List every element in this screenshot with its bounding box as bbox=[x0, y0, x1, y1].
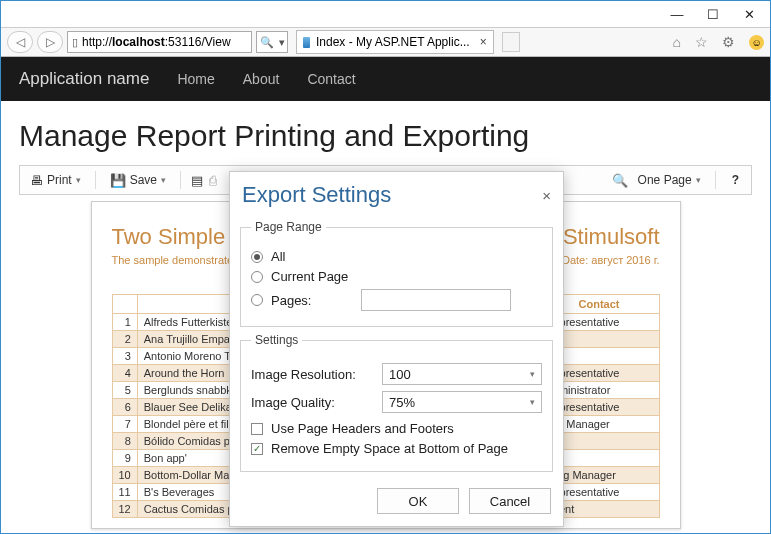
dialog-title: Export Settings bbox=[242, 182, 391, 208]
dialog-close-button[interactable]: × bbox=[542, 187, 551, 204]
image-resolution-select[interactable]: 100 ▾ bbox=[382, 363, 542, 385]
settings-legend: Settings bbox=[251, 333, 302, 347]
checkbox-use-headers-label: Use Page Headers and Footers bbox=[271, 421, 454, 436]
radio-current-label: Current Page bbox=[271, 269, 348, 284]
image-quality-label: Image Quality: bbox=[251, 395, 335, 410]
checkbox-remove-empty[interactable]: ✓ bbox=[251, 443, 263, 455]
pages-input[interactable] bbox=[361, 289, 511, 311]
radio-all[interactable] bbox=[251, 251, 263, 263]
page-range-legend: Page Range bbox=[251, 220, 326, 234]
settings-fieldset: Settings Image Resolution: 100 ▾ Image Q… bbox=[240, 333, 553, 472]
radio-current[interactable] bbox=[251, 271, 263, 283]
checkbox-remove-empty-label: Remove Empty Space at Bottom of Page bbox=[271, 441, 508, 456]
chevron-down-icon: ▾ bbox=[530, 369, 535, 379]
page-range-fieldset: Page Range All Current Page Pages: bbox=[240, 220, 553, 327]
chevron-down-icon: ▾ bbox=[530, 397, 535, 407]
cancel-button[interactable]: Cancel bbox=[469, 488, 551, 514]
image-quality-select[interactable]: 75% ▾ bbox=[382, 391, 542, 413]
checkbox-use-headers[interactable] bbox=[251, 423, 263, 435]
modal-overlay: Export Settings × Page Range All Current… bbox=[1, 1, 770, 533]
ok-button[interactable]: OK bbox=[377, 488, 459, 514]
radio-pages-label: Pages: bbox=[271, 293, 331, 308]
radio-all-label: All bbox=[271, 249, 285, 264]
export-settings-dialog: Export Settings × Page Range All Current… bbox=[229, 171, 564, 527]
radio-pages[interactable] bbox=[251, 294, 263, 306]
image-resolution-label: Image Resolution: bbox=[251, 367, 356, 382]
